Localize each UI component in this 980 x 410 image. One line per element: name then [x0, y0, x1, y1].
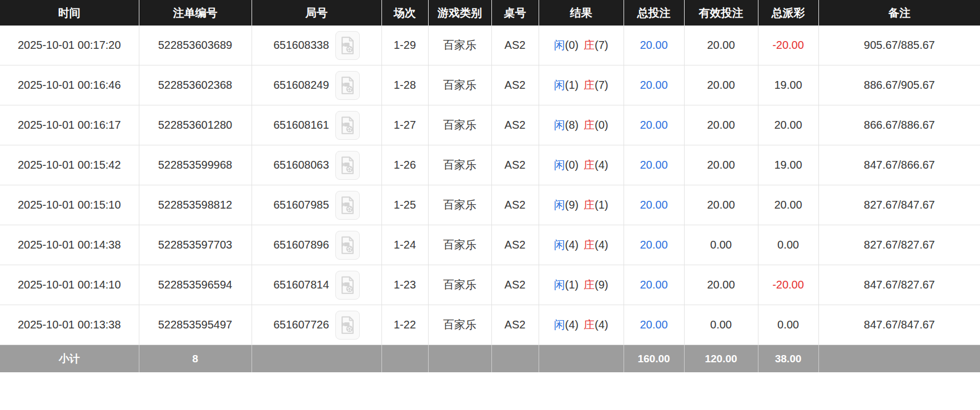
cell-round-id: 651608063 — [252, 145, 381, 185]
result-player-count: (1) — [565, 279, 579, 291]
subtotal-total-bet: 160.00 — [624, 345, 684, 373]
cell-bet-id: 522853598812 — [139, 185, 252, 225]
video-replay-button[interactable] — [335, 111, 360, 140]
col-header-game-type: 游戏类别 — [428, 0, 491, 26]
result-player-count: (4) — [565, 239, 579, 251]
cell-result: 闲(1)庄(9) — [539, 265, 624, 305]
col-header-total-payout: 总派彩 — [758, 0, 818, 26]
cell-bet-id: 522853602368 — [139, 65, 252, 105]
cell-session: 1-26 — [381, 145, 428, 185]
video-replay-button[interactable] — [335, 71, 360, 100]
cell-table-no: AS2 — [491, 65, 539, 105]
cell-round-id: 651607896 — [252, 225, 381, 265]
col-header-round-id: 局号 — [252, 0, 381, 26]
video-replay-button[interactable] — [335, 151, 360, 180]
cell-result: 闲(8)庄(0) — [539, 105, 624, 145]
subtotal-empty-cell — [252, 345, 381, 373]
cell-game-type: 百家乐 — [428, 185, 491, 225]
result-player-count: (4) — [565, 318, 579, 331]
cell-time: 2025-10-01 00:16:17 — [0, 105, 139, 145]
result-player-label: 闲 — [554, 199, 565, 211]
cell-valid-bet: 0.00 — [684, 225, 758, 265]
subtotal-empty-cell — [381, 345, 428, 373]
round-id-text: 651608249 — [273, 79, 329, 92]
cell-game-type: 百家乐 — [428, 145, 491, 185]
video-replay-button[interactable] — [335, 191, 360, 220]
video-replay-button[interactable] — [335, 311, 360, 340]
result-banker-count: (4) — [595, 159, 608, 171]
cell-game-type: 百家乐 — [428, 105, 491, 145]
cell-remark: 827.67/847.67 — [818, 185, 980, 225]
cell-game-type: 百家乐 — [428, 26, 491, 65]
round-id-text: 651608338 — [273, 39, 329, 52]
cell-valid-bet: 0.00 — [684, 305, 758, 345]
cell-remark: 847.67/847.67 — [818, 305, 980, 345]
result-banker-count: (0) — [595, 119, 608, 131]
result-player-count: (9) — [565, 199, 579, 211]
subtotal-empty-cell — [428, 345, 491, 373]
table-row: 2025-10-01 00:14:38 522853597703 6516078… — [0, 225, 980, 265]
round-id-text: 651608063 — [273, 159, 329, 171]
cell-total-bet: 20.00 — [624, 26, 684, 65]
cell-round-id: 651608338 — [252, 26, 381, 65]
cell-total-payout: 19.00 — [758, 65, 818, 105]
video-replay-button[interactable] — [335, 31, 360, 60]
round-id-text: 651607726 — [273, 318, 329, 331]
cell-bet-id: 522853603689 — [139, 26, 252, 65]
result-banker-label: 庄 — [584, 79, 595, 91]
cell-result: 闲(1)庄(7) — [539, 65, 624, 105]
cell-valid-bet: 20.00 — [684, 65, 758, 105]
cell-remark: 847.67/866.67 — [818, 145, 980, 185]
cell-session: 1-29 — [381, 26, 428, 65]
cell-table-no: AS2 — [491, 265, 539, 305]
cell-table-no: AS2 — [491, 185, 539, 225]
result-player-count: (0) — [565, 159, 579, 171]
cell-time: 2025-10-01 00:13:38 — [0, 305, 139, 345]
video-file-icon — [340, 76, 355, 95]
result-player-label: 闲 — [554, 279, 565, 291]
video-file-icon — [340, 236, 355, 255]
cell-total-bet: 20.00 — [624, 65, 684, 105]
result-player-label: 闲 — [554, 159, 565, 171]
cell-table-no: AS2 — [491, 145, 539, 185]
cell-time: 2025-10-01 00:15:42 — [0, 145, 139, 185]
cell-remark: 886.67/905.67 — [818, 65, 980, 105]
cell-total-payout: 20.00 — [758, 185, 818, 225]
result-banker-label: 庄 — [584, 239, 595, 251]
subtotal-label: 小计 — [0, 345, 139, 373]
cell-game-type: 百家乐 — [428, 265, 491, 305]
cell-result: 闲(0)庄(4) — [539, 145, 624, 185]
video-replay-button[interactable] — [335, 231, 360, 260]
cell-total-bet: 20.00 — [624, 105, 684, 145]
cell-bet-id: 522853601280 — [139, 105, 252, 145]
cell-result: 闲(4)庄(4) — [539, 225, 624, 265]
video-file-icon — [340, 276, 355, 295]
round-id-text: 651607985 — [273, 199, 329, 211]
result-player-label: 闲 — [554, 39, 565, 51]
cell-game-type: 百家乐 — [428, 225, 491, 265]
cell-remark: 847.67/827.67 — [818, 265, 980, 305]
video-file-icon — [340, 36, 355, 55]
result-player-label: 闲 — [554, 318, 565, 331]
cell-total-bet: 20.00 — [624, 225, 684, 265]
cell-total-bet: 20.00 — [624, 305, 684, 345]
cell-session: 1-25 — [381, 185, 428, 225]
cell-bet-id: 522853595497 — [139, 305, 252, 345]
cell-round-id: 651607814 — [252, 265, 381, 305]
table-row: 2025-10-01 00:14:10 522853596594 6516078… — [0, 265, 980, 305]
result-banker-label: 庄 — [584, 318, 595, 331]
video-replay-button[interactable] — [335, 271, 360, 300]
cell-bet-id: 522853599968 — [139, 145, 252, 185]
col-header-result: 结果 — [539, 0, 624, 26]
cell-total-bet: 20.00 — [624, 185, 684, 225]
cell-result: 闲(0)庄(7) — [539, 26, 624, 65]
cell-game-type: 百家乐 — [428, 65, 491, 105]
cell-valid-bet: 20.00 — [684, 26, 758, 65]
cell-total-payout: 19.00 — [758, 145, 818, 185]
cell-round-id: 651607985 — [252, 185, 381, 225]
cell-table-no: AS2 — [491, 225, 539, 265]
result-banker-count: (4) — [595, 239, 608, 251]
cell-total-payout: -20.00 — [758, 26, 818, 65]
result-player-count: (0) — [565, 39, 579, 51]
video-file-icon — [340, 116, 355, 135]
